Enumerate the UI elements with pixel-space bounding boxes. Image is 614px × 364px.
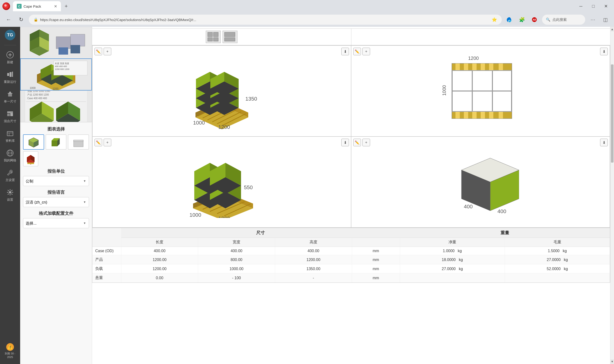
sidebar-item-settings-label: 设置 [7, 197, 13, 202]
svg-text:400   400   400: 400 400 400 [55, 65, 67, 67]
report-unit-label: 报告单位 [23, 168, 89, 174]
svg-rect-122 [472, 112, 476, 118]
cell-case-length: 400.00 [121, 247, 198, 255]
sidebar-item-new-label: 新建 [7, 60, 13, 65]
menu-button[interactable]: ⋯ [588, 15, 598, 25]
svg-text:1200: 1200 [218, 216, 230, 218]
edit-button-1[interactable]: ✏️ [95, 48, 102, 55]
svg-rect-118 [489, 64, 493, 70]
avatar[interactable]: TG [5, 30, 15, 40]
edge-icon[interactable] [505, 15, 514, 25]
close-button[interactable]: ✕ [600, 2, 612, 11]
edit-button-3[interactable]: ✏️ [95, 139, 102, 146]
new-tab-button[interactable]: + [62, 2, 70, 11]
sidebar-item-new[interactable]: 新建 [0, 48, 20, 67]
rerun-icon [6, 70, 14, 79]
sidebar-item-network-label: 我的网络 [4, 158, 16, 163]
chart-option-flat[interactable] [68, 134, 89, 150]
edit-button-4[interactable]: ✏️ [353, 139, 361, 146]
report-language-select[interactable]: 汉语 (zh_cn) English Deutsch [23, 197, 89, 207]
col-length: 长度 [121, 238, 198, 247]
thumbnail-3[interactable]: 负载 1200 1000 1350 产品 1200 800 1200 Case … [20, 91, 92, 122]
scroll-up-button[interactable]: ▲ [610, 27, 614, 32]
download-button-3[interactable]: ⬇ [341, 139, 349, 146]
svg-rect-128 [493, 71, 511, 91]
download-button-2[interactable]: ⬇ [600, 48, 608, 55]
search-box[interactable]: 🔍 点此搜索 [542, 15, 585, 25]
thumbnail-1[interactable] [20, 27, 92, 58]
chart-option-box[interactable] [46, 134, 67, 150]
svg-text:400: 400 [497, 208, 506, 214]
svg-text:1200  800   1200: 1200 800 1200 [55, 68, 69, 70]
cell-product-length: 1200.00 [121, 255, 198, 264]
sidebar-item-network[interactable]: 我的网络 [0, 146, 20, 165]
download-button-1[interactable]: ⬇ [341, 48, 349, 55]
thumbnail-2[interactable]: 1000 1200 长度 宽度 高度 400 400 400 1200 800 … [20, 58, 92, 91]
sidebar-item-settings[interactable]: 设置 [0, 186, 20, 204]
cell-case-net: 1.0000 kg [400, 247, 505, 255]
chart-selector-2[interactable] [223, 31, 237, 43]
edit-button-2[interactable]: ✏️ [353, 48, 361, 55]
report-unit-select[interactable]: 公制 英制 [23, 176, 89, 186]
svg-rect-81 [224, 38, 235, 41]
cell-product-unit: mm [352, 255, 400, 264]
sidebar-item-library[interactable]: 资料库 [0, 127, 20, 145]
table-header-item [92, 228, 121, 247]
right-scrollbar[interactable]: ▲ ▼ [610, 27, 614, 364]
back-button[interactable]: ← [4, 15, 14, 25]
content-area[interactable]: ✏️ + ⬇ [92, 27, 610, 364]
svg-rect-80 [224, 32, 235, 37]
add-button-1[interactable]: + [104, 48, 111, 55]
sidebar-item-library-label: 资料库 [5, 139, 15, 143]
sidebar-item-single-size[interactable]: 单一尺寸 [0, 87, 20, 106]
add-button-2[interactable]: + [363, 48, 370, 55]
svg-rect-120 [455, 112, 460, 118]
svg-rect-10 [10, 72, 12, 77]
svg-rect-114 [455, 64, 460, 70]
svg-point-25 [9, 191, 11, 194]
sidebar-item-mixed-size[interactable]: 混合尺寸 [0, 107, 20, 126]
svg-rect-71 [74, 140, 83, 142]
format-config-select-wrapper: 选择... [23, 218, 89, 228]
adblock-icon: AB [530, 15, 539, 25]
single-box-3d-view: 400 400 400 [442, 146, 519, 218]
gear-icon [6, 188, 14, 197]
add-button-3[interactable]: + [104, 139, 111, 146]
maximize-button[interactable]: □ [588, 2, 599, 11]
svg-rect-124 [489, 112, 493, 118]
minimize-button[interactable]: ─ [575, 2, 587, 11]
warning-icon: ⚠️ [6, 343, 14, 351]
sidebar-item-main-settings[interactable]: 主设置 [0, 166, 20, 185]
add-button-4[interactable]: + [363, 139, 370, 146]
chart-option-3d[interactable] [23, 134, 44, 150]
single-size-icon [6, 90, 14, 98]
address-bar: ← ↻ 🔒 https://cape.eu.esko.cloud/sites/r… [0, 13, 614, 27]
viz-toolbar-1: ✏️ + [95, 48, 111, 55]
reload-button[interactable]: ↻ [16, 15, 26, 25]
extensions-button[interactable]: 🧩 [517, 15, 527, 25]
col-net-weight: 净重 [400, 238, 505, 247]
sidebar-item-warning[interactable]: ⚠️ 到期 30 -2025 [0, 341, 20, 361]
cell-suspended-unit: mm [352, 273, 400, 283]
svg-text:1200: 1200 [468, 56, 479, 61]
sidebar-item-rerun[interactable]: 重新运行 [0, 68, 20, 86]
svg-rect-129 [452, 91, 472, 111]
tab-close-button[interactable]: ✕ [54, 4, 57, 9]
format-config-select[interactable]: 选择... [23, 218, 89, 228]
svg-point-24 [10, 171, 12, 173]
download-button-4[interactable]: ⬇ [600, 139, 608, 146]
cell-load-gross: 52.0000 kg [505, 264, 610, 273]
viz-cell-2: ✏️ + ⬇ 1200 1000 [351, 46, 610, 136]
active-tab[interactable]: C Cape Pack ✕ [13, 1, 61, 11]
scroll-down-button[interactable]: ▼ [610, 359, 614, 364]
svg-rect-18 [7, 131, 13, 136]
chart-option-red[interactable] [23, 151, 38, 167]
cell-suspended-width: - 100 [198, 273, 275, 283]
sidebar-toggle[interactable]: ◫ [600, 15, 610, 25]
scrollbar-thumb[interactable] [611, 65, 614, 163]
search-placeholder: 点此搜索 [552, 17, 567, 22]
cell-load-height: 1350.00 [275, 264, 352, 273]
address-input-wrapper[interactable]: 🔒 https://cape.eu.esko.cloud/sites/rU8qS… [29, 15, 502, 25]
svg-rect-9 [7, 73, 9, 76]
chart-selector-1[interactable] [206, 31, 221, 43]
